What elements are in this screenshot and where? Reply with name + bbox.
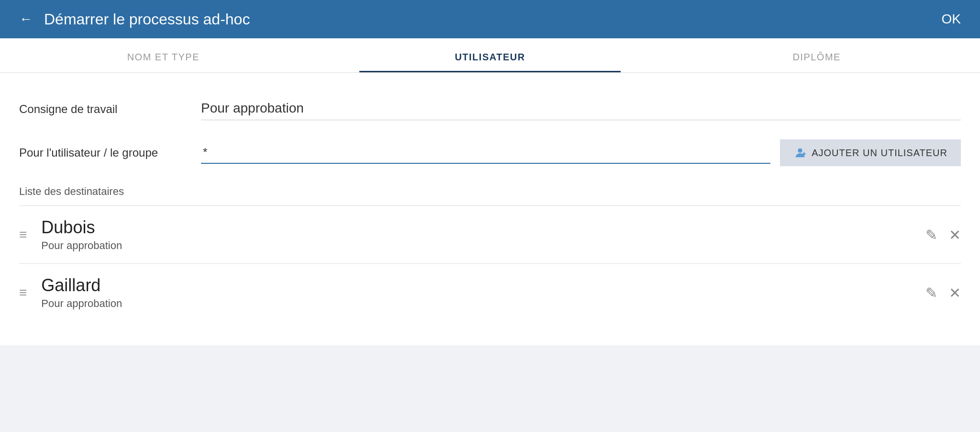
edit-icon[interactable]: ✎	[925, 284, 937, 301]
tab-utilisateur[interactable]: UTILISATEUR	[327, 38, 654, 72]
user-input-wrap	[201, 142, 770, 164]
recipient-name: Dubois	[41, 217, 925, 238]
header-left: ← Démarrer le processus ad-hoc	[19, 11, 250, 28]
svg-point-0	[798, 148, 802, 153]
delete-icon[interactable]: ✕	[949, 227, 961, 243]
add-user-button[interactable]: AJOUTER UN UTILISATEUR	[780, 139, 961, 166]
recipient-item: ≡ Dubois Pour approbation ✎ ✕	[19, 205, 961, 263]
drag-handle-icon[interactable]: ≡	[19, 227, 27, 242]
tab-nom-type[interactable]: NOM ET TYPE	[0, 38, 327, 72]
recipient-sub: Pour approbation	[41, 297, 925, 310]
recipients-list: ≡ Dubois Pour approbation ✎ ✕ ≡ Gaillard…	[19, 205, 961, 321]
user-group-input[interactable]	[201, 142, 770, 164]
ok-button[interactable]: OK	[942, 11, 961, 27]
consigne-label: Consigne de travail	[19, 97, 201, 116]
tabs: NOM ET TYPE UTILISATEUR DIPLÔME	[0, 38, 980, 73]
main-content: Consigne de travail Pour l'utilisateur /…	[0, 73, 980, 345]
consigne-row: Consigne de travail	[19, 97, 961, 120]
recipient-sub: Pour approbation	[41, 239, 925, 252]
delete-icon[interactable]: ✕	[949, 284, 961, 301]
add-user-label: AJOUTER UN UTILISATEUR	[812, 148, 947, 159]
recipient-actions: ✎ ✕	[925, 284, 961, 301]
recipient-name: Gaillard	[41, 275, 925, 296]
recipient-info: Gaillard Pour approbation	[41, 275, 925, 310]
header: ← Démarrer le processus ad-hoc OK	[0, 0, 980, 38]
list-label: Liste des destinataires	[19, 185, 961, 198]
page-title: Démarrer le processus ad-hoc	[44, 11, 250, 28]
drag-handle-icon[interactable]: ≡	[19, 285, 27, 300]
back-button[interactable]: ←	[19, 11, 33, 27]
recipient-item: ≡ Gaillard Pour approbation ✎ ✕	[19, 263, 961, 321]
user-group-row: Pour l'utilisateur / le groupe AJOUTER U…	[19, 139, 961, 166]
recipient-actions: ✎ ✕	[925, 227, 961, 243]
user-icon	[793, 146, 807, 159]
consigne-field	[201, 97, 961, 120]
edit-icon[interactable]: ✎	[925, 227, 937, 243]
user-group-label: Pour l'utilisateur / le groupe	[19, 146, 201, 159]
tab-diplome[interactable]: DIPLÔME	[653, 38, 980, 72]
consigne-input[interactable]	[201, 97, 961, 120]
recipient-info: Dubois Pour approbation	[41, 217, 925, 252]
